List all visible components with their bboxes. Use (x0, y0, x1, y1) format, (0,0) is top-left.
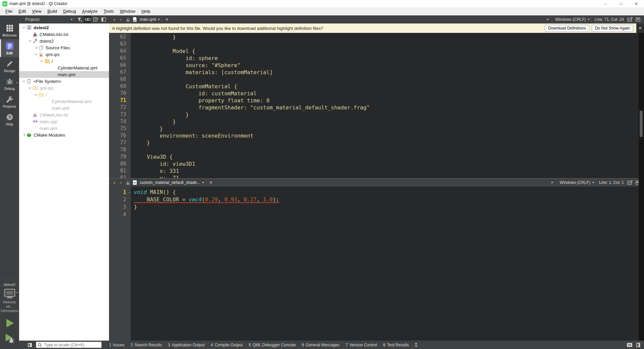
build-progress-icon[interactable] (627, 343, 633, 347)
toggle-left-sidebar-button[interactable] (26, 341, 34, 349)
code-line[interactable]: 3} (109, 203, 639, 211)
line-number[interactable]: 79 (109, 153, 131, 160)
go-back-button-2[interactable]: ‹ (111, 180, 117, 186)
line-number[interactable]: 76 (109, 132, 131, 139)
split-panel-button[interactable] (92, 16, 99, 23)
output-pane-search-results[interactable]: 2Search Results (127, 341, 165, 349)
output-pane-test-results[interactable]: 8Test Results (380, 341, 412, 349)
tree-item-dstest2[interactable]: dstest2 (19, 38, 109, 44)
code-line[interactable]: 79 View3D { (109, 153, 639, 160)
line-number[interactable]: 69 (109, 83, 131, 90)
tree-item-main-qml[interactable]: main.qml (19, 71, 109, 78)
line-number[interactable]: 73 (109, 111, 131, 118)
document-dropdown-icon-2[interactable]: ▾ (202, 181, 204, 184)
annotation-dropdown-icon-2[interactable]: ▾ (551, 181, 553, 184)
output-pane-application-output[interactable]: 3Application Output (165, 341, 208, 349)
line-number[interactable]: 3 (109, 203, 131, 211)
tree-expand-chevron-icon[interactable] (33, 53, 38, 55)
line-number[interactable]: 68 (109, 76, 131, 83)
mode-design[interactable]: Design (0, 57, 19, 75)
close-document-button-2[interactable]: ✕ (207, 180, 215, 185)
go-back-button[interactable]: ‹ (111, 16, 117, 22)
line-number[interactable]: 66 (109, 62, 131, 69)
mode-projects[interactable]: Projects (0, 93, 19, 110)
line-number[interactable]: 81 (109, 167, 131, 174)
close-split-button[interactable] (634, 16, 642, 23)
line-number[interactable]: 67 (109, 69, 131, 76)
tree-item-main-qml[interactable]: main.qml (19, 105, 109, 111)
code-line[interactable]: 82 y: -71 (109, 174, 639, 178)
debug-submenu-arrow-icon[interactable]: ▸ (16, 81, 18, 84)
encoding-selector[interactable]: Windows (CRLF) (553, 17, 588, 22)
code-line[interactable]: 81 x: 331 (109, 167, 639, 174)
menu-build[interactable]: Build (44, 8, 60, 15)
encoding-dropdown-icon-2[interactable]: ▾ (592, 181, 594, 184)
code-line[interactable]: 69 CustomMaterial { (109, 83, 639, 90)
tree-expand-chevron-icon[interactable] (27, 87, 32, 89)
line-number[interactable]: 1▾ (109, 189, 131, 196)
line-number[interactable]: 71 (109, 97, 131, 104)
menu-file[interactable]: File (2, 8, 15, 15)
line-number[interactable]: 75 (109, 125, 131, 132)
output-pane-general-messages[interactable]: 6General Messages (299, 341, 342, 349)
output-pane-issues[interactable]: 1Issues (106, 341, 127, 349)
tree-item-cylindermaterial-qml[interactable]: CylinderMaterial.qml (19, 98, 109, 105)
output-pane-compile-output[interactable]: 4Compile Output (208, 341, 246, 349)
open-document-name-2[interactable]: custom_material_default_shade... (140, 180, 200, 185)
do-not-show-again-button[interactable]: Do Not Show Again (592, 25, 633, 32)
tree-item-source-files[interactable]: Source Files (19, 44, 109, 51)
code-line[interactable]: 65 id: sphere (109, 55, 639, 62)
line-number[interactable]: 74 (109, 118, 131, 125)
tree-expand-chevron-icon[interactable] (33, 47, 38, 49)
code-line[interactable]: 76 environment: sceneEnvironment (109, 132, 639, 139)
code-editor-shader[interactable]: 1▾void MAIN() {2 BASE_COLOR = vec4(0.29,… (109, 187, 639, 341)
code-line[interactable]: 63 (109, 41, 639, 48)
menu-analyze[interactable]: Analyze (79, 8, 101, 15)
line-number[interactable]: 78 (109, 146, 131, 153)
line-number[interactable]: 70 (109, 90, 131, 97)
code-line[interactable]: 78 (109, 146, 639, 153)
line-number[interactable]: 72 (109, 104, 131, 111)
tree-item-main-cpp[interactable]: main.cpp (19, 118, 109, 125)
editor-scrollbar-track[interactable] (639, 33, 644, 341)
open-document-name[interactable]: main.qml (140, 17, 156, 22)
tree-item-qml-qrc[interactable]: qml.qrc (19, 85, 109, 91)
tree-item-qml-qrc[interactable]: qml.qrc (19, 51, 109, 58)
code-line[interactable]: 73 } (109, 111, 639, 118)
projects-mode-dropdown-icon[interactable]: ▾ (71, 18, 72, 21)
maximize-button[interactable]: □ (613, 0, 629, 7)
menu-view[interactable]: View (29, 8, 44, 15)
minimize-button[interactable]: – (598, 0, 613, 7)
code-line[interactable]: 80 id: view3D1 (109, 160, 639, 167)
tree-item--[interactable]: / (19, 58, 109, 64)
line-number[interactable]: 2 (109, 196, 131, 203)
code-line[interactable]: 62 } (109, 34, 639, 41)
split-editor-button[interactable] (626, 16, 634, 23)
dismiss-infobar-button[interactable]: ✕ (636, 23, 644, 33)
tree-item-cmakelists-txt[interactable]: CMakeLists.txt (19, 31, 109, 38)
pin-file-button[interactable] (124, 16, 132, 23)
line-number[interactable]: 77 (109, 139, 131, 146)
download-definitions-button[interactable]: Download Definitions (545, 25, 589, 32)
line-number[interactable]: 63 (109, 41, 131, 48)
run-button[interactable] (4, 318, 15, 329)
editor-scrollbar-handle[interactable] (640, 111, 643, 137)
code-line[interactable]: 4 (109, 211, 639, 218)
fold-marker-icon[interactable]: ▾ (128, 189, 130, 196)
line-number[interactable]: 65 (109, 55, 131, 62)
tree-expand-chevron-icon[interactable] (39, 60, 44, 62)
code-line[interactable]: 77 } (109, 139, 639, 146)
code-editor-main-qml[interactable]: 62 }6364 Model {65 id: sphere66 source: … (109, 33, 639, 178)
output-pane-qml-debugger-console[interactable]: 5QML Debugger Console (246, 341, 299, 349)
pin-file-button-2[interactable] (124, 179, 132, 186)
encoding-selector-2[interactable]: Windows (CRLF) (558, 180, 592, 185)
line-number[interactable]: 82 (109, 174, 131, 178)
menu-help[interactable]: Help (138, 8, 153, 15)
code-line[interactable]: 71 property float time: 0 (109, 97, 639, 104)
menu-edit[interactable]: Edit (15, 8, 29, 15)
close-sidebar-button[interactable] (100, 16, 107, 23)
tree-expand-chevron-icon[interactable] (21, 80, 26, 82)
projects-panel-title[interactable]: Projects (25, 17, 71, 22)
document-dropdown-icon[interactable]: ▾ (158, 18, 160, 21)
toggle-right-panel-icon[interactable] (636, 342, 641, 348)
